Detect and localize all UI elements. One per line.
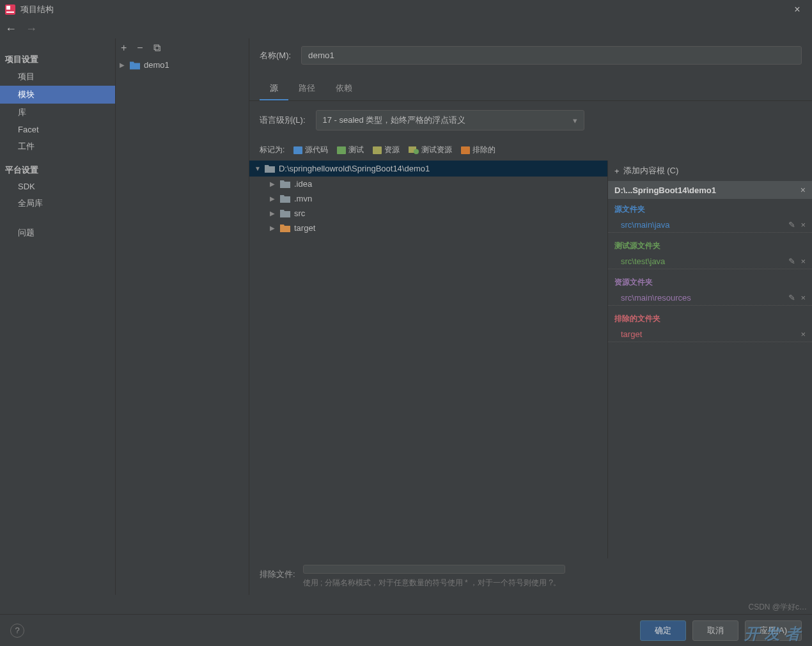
titlebar: 项目结构 × (0, 0, 812, 19)
svg-rect-1 (6, 6, 10, 10)
mark-resource[interactable]: 资源 (373, 145, 400, 155)
tab-path[interactable]: 路径 (288, 77, 325, 100)
remove-icon[interactable]: − (137, 42, 143, 54)
mark-test[interactable]: 测试 (337, 145, 364, 155)
folder-group-title: 源文件夹 (608, 201, 812, 217)
add-icon[interactable]: + (121, 42, 127, 54)
tree-item-src[interactable]: ▶ src (249, 206, 607, 221)
chevron-down-icon: ▼ (254, 165, 261, 172)
folder-entry[interactable]: src\main\java✎× (608, 217, 812, 233)
app-icon (5, 4, 15, 15)
exclude-label: 排除文件: (260, 565, 295, 580)
watermark-text: CSDN @学好c… (748, 602, 807, 613)
sidebar-item-sdk[interactable]: SDK (0, 178, 115, 194)
nav-forward-icon[interactable]: → (26, 22, 37, 36)
sidebar-item-library[interactable]: 库 (0, 104, 115, 122)
module-tree-panel: + − ⧉ ▶ demo1 (115, 38, 249, 595)
name-input[interactable] (301, 46, 802, 65)
folder-entry-path: target (621, 329, 642, 339)
tree-item-idea[interactable]: ▶ .idea (249, 177, 607, 191)
mark-excluded[interactable]: 排除的 (461, 145, 496, 155)
file-tree: ▼ D:\springhellowrold\SpringBoot14\demo1… (249, 161, 607, 558)
lang-label: 语言级别(L): (260, 114, 306, 126)
folder-icon (265, 164, 275, 173)
folder-entry[interactable]: target× (608, 327, 812, 342)
tree-item-mvn[interactable]: ▶ .mvn (249, 191, 607, 206)
remove-icon[interactable]: × (800, 293, 806, 303)
apply-button[interactable]: 应用(A) (745, 620, 802, 641)
sidebar-item-artifact[interactable]: 工件 (0, 138, 115, 155)
edit-icon[interactable]: ✎ (788, 256, 795, 266)
module-name: demo1 (144, 60, 169, 70)
chevron-down-icon: ▾ (573, 116, 577, 125)
folder-group-title: 资源文件夹 (608, 274, 812, 290)
tree-item-target[interactable]: ▶ target (249, 221, 607, 235)
remove-icon[interactable]: × (800, 329, 806, 339)
lang-value: 17 - sealed 类型，始终严格的浮点语义 (323, 114, 466, 126)
tree-root-label: D:\springhellowrold\SpringBoot14\demo1 (279, 164, 430, 173)
folder-entry[interactable]: src\test\java✎× (608, 254, 812, 269)
sidebar: 项目设置 项目 模块 库 Facet 工件 平台设置 SDK 全局库 问题 (0, 38, 115, 595)
add-icon: + (614, 166, 620, 176)
exclude-hint: 使用 ; 分隔名称模式，对于任意数量的符号使用 * ，对于一个符号则使用 ?。 (303, 578, 572, 588)
sidebar-item-module[interactable]: 模块 (0, 86, 115, 104)
folder-icon (280, 180, 290, 188)
svg-rect-2 (6, 12, 14, 13)
tabs: 源 路径 依赖 (249, 77, 812, 101)
content-root-path: D:\...SpringBoot14\demo1 × (608, 181, 812, 199)
module-tree-item[interactable]: ▶ demo1 (116, 58, 249, 72)
lang-select[interactable]: 17 - sealed 类型，始终严格的浮点语义 ▾ (316, 110, 584, 130)
sidebar-item-project[interactable]: 项目 (0, 68, 115, 86)
tree-root[interactable]: ▼ D:\springhellowrold\SpringBoot14\demo1 (249, 161, 607, 177)
sidebar-item-globallib[interactable]: 全局库 (0, 194, 115, 212)
remove-root-icon[interactable]: × (800, 185, 806, 195)
folder-icon (280, 209, 290, 217)
module-toolbar: + − ⧉ (116, 38, 249, 58)
folder-entry-path: src\main\java (621, 220, 670, 230)
svg-point-4 (414, 149, 419, 154)
tab-source[interactable]: 源 (260, 77, 288, 100)
mark-source[interactable]: 源代码 (293, 145, 328, 155)
folder-icon (280, 194, 290, 203)
mark-test-resource[interactable]: 测试资源 (409, 145, 452, 155)
name-label: 名称(M): (260, 50, 291, 61)
edit-icon[interactable]: ✎ (788, 220, 795, 230)
folder-icon (130, 61, 140, 70)
folder-entry-path: src\test\java (621, 256, 665, 266)
close-icon[interactable]: × (788, 4, 807, 15)
edit-icon[interactable]: ✎ (788, 293, 795, 303)
tab-dependency[interactable]: 依赖 (325, 77, 363, 100)
nav-back-icon[interactable]: ← (5, 22, 17, 36)
exclude-files-row: 排除文件: 使用 ; 分隔名称模式，对于任意数量的符号使用 * ，对于一个符号则… (249, 558, 812, 595)
ok-button[interactable]: 确定 (640, 620, 686, 641)
folder-icon (280, 224, 290, 232)
folder-entry-path: src\main\resources (621, 293, 691, 303)
mark-label: 标记为: (260, 145, 285, 155)
folder-group-title: 测试源文件夹 (608, 238, 812, 254)
test-resource-icon (409, 146, 419, 154)
sidebar-item-facet[interactable]: Facet (0, 122, 115, 138)
folder-group-title: 排除的文件夹 (608, 311, 812, 327)
cancel-button[interactable]: 取消 (692, 620, 738, 641)
chevron-right-icon: ▶ (120, 61, 126, 68)
nav-arrows: ← → (0, 19, 812, 38)
help-icon[interactable]: ? (10, 624, 24, 638)
sidebar-section-project: 项目设置 (0, 51, 115, 68)
content-roots-panel: + 添加内容根 (C) D:\...SpringBoot14\demo1 × 源… (607, 161, 812, 558)
sidebar-item-problems[interactable]: 问题 (0, 224, 115, 242)
footer: ? 确定 取消 应用(A) (0, 614, 812, 646)
folder-entry[interactable]: src\main\resources✎× (608, 290, 812, 306)
sidebar-section-platform: 平台设置 (0, 162, 115, 178)
content-panel: 名称(M): 源 路径 依赖 语言级别(L): 17 - sealed 类型，始… (249, 38, 812, 595)
copy-icon[interactable]: ⧉ (153, 42, 160, 54)
exclude-input[interactable] (303, 565, 565, 574)
add-content-root[interactable]: + 添加内容根 (C) (608, 161, 812, 181)
window-title: 项目结构 (20, 4, 788, 15)
remove-icon[interactable]: × (800, 220, 806, 230)
remove-icon[interactable]: × (800, 256, 806, 266)
